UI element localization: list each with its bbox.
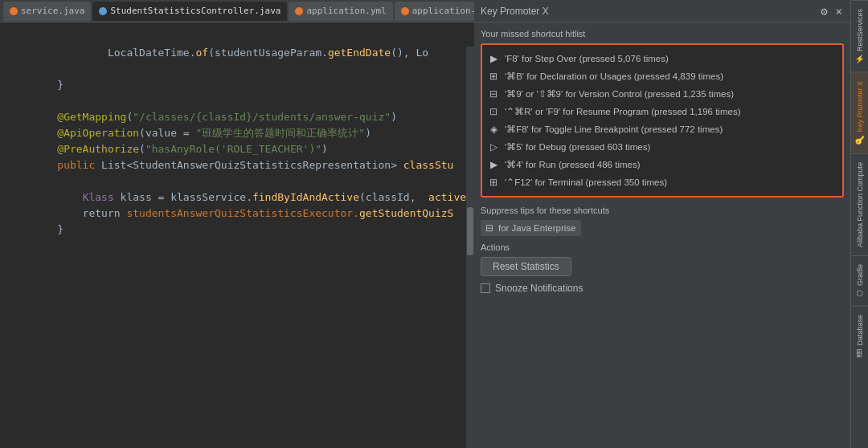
shortcuts-box: ▶ 'F8' for Step Over (pressed 5,076 time… <box>481 43 844 198</box>
shortcut-icon-8: ⊞ <box>487 175 500 189</box>
key-promoter-title: Key Promoter X <box>481 6 549 17</box>
code-line: @ApiOperation(value = "班级学生的答题时间和正确率统计") <box>0 125 474 141</box>
actions-section: Actions Reset Statistics Snooze Notifica… <box>481 242 844 294</box>
shortcut-text-4: '⌃⌘R' or 'F9' for Resume Program (presse… <box>505 104 740 119</box>
line-number <box>0 29 32 45</box>
line-number <box>0 189 32 206</box>
code-line: } <box>0 222 474 238</box>
line-content: } <box>32 222 474 238</box>
line-content: @PreAuthorize("hasAnyRole('ROLE_TEACHER'… <box>32 141 474 157</box>
line-content <box>32 29 474 45</box>
line-number <box>0 93 32 109</box>
shortcut-item-4: ⊡ '⌃⌘R' or 'F9' for Resume Program (pres… <box>487 103 837 120</box>
side-label-key-promoter[interactable]: 🔑 Key Promoter X <box>851 72 868 153</box>
tab-application-qa[interactable]: application-qa.yml <box>395 2 474 21</box>
line-number <box>0 77 32 93</box>
line-content: Klass klass = klassService.findByIdAndAc… <box>32 189 474 206</box>
shortcut-icon-5: ◈ <box>487 122 500 136</box>
tab-label-application: application.yml <box>306 6 386 16</box>
right-section: Key Promoter X ⚙ × Your missed shortcut … <box>474 0 868 448</box>
reset-statistics-button[interactable]: Reset Statistics <box>481 257 571 276</box>
shortcut-text-6: '⌘5' for Debug (pressed 603 times) <box>505 140 650 154</box>
line-number <box>0 206 32 222</box>
missed-shortcuts-title: Your missed shortcut hitlist <box>481 29 844 39</box>
line-number <box>0 222 32 238</box>
actions-title: Actions <box>481 242 844 252</box>
snooze-label: Snooze Notifications <box>495 283 583 294</box>
shortcut-item-5: ◈ '⌘F8' for Toggle Line Breakpoint (pres… <box>487 120 837 138</box>
code-line <box>0 238 474 254</box>
key-promoter-side-icon: 🔑 <box>855 136 864 145</box>
database-icon: 🗄 <box>855 348 865 356</box>
tab-service[interactable]: service.java <box>3 2 91 21</box>
line-content <box>32 61 474 77</box>
suppress-section: Suppress tips for these shortcuts ⊟ for … <box>481 206 844 236</box>
suppress-item-icon: ⊟ <box>485 222 493 234</box>
shortcut-icon-2: ⊞ <box>487 69 500 83</box>
code-line <box>0 93 474 109</box>
code-line <box>0 61 474 77</box>
vertical-scrollbar[interactable] <box>466 47 474 448</box>
code-line: LocalDateTime.of(studentUsageParam.getEn… <box>0 45 474 61</box>
line-content: } <box>32 77 474 93</box>
line-number <box>0 141 32 157</box>
code-line: } <box>0 77 474 93</box>
line-number <box>0 125 32 141</box>
code-line: public List<StudentAnswerQuizStatisticsR… <box>0 157 474 173</box>
tab-controller[interactable]: StudentStatisticsController.java <box>92 2 287 21</box>
line-content <box>32 173 474 189</box>
shortcut-icon-6: ▷ <box>487 140 500 154</box>
side-label-rest-services[interactable]: ⚡ RestServices <box>851 0 868 72</box>
settings-icon[interactable]: ⚙ <box>819 3 829 19</box>
gradle-icon: ⬡ <box>855 289 864 298</box>
line-content: return studentsAnswerQuizStatisticsExecu… <box>32 206 474 222</box>
shortcut-item-2: ⊞ '⌘B' for Declaration or Usages (presse… <box>487 67 837 85</box>
code-line: return studentsAnswerQuizStatisticsExecu… <box>0 206 474 222</box>
tab-icon-controller <box>99 7 107 15</box>
side-label-alibaba[interactable]: Alibaba Function Compute <box>851 153 868 255</box>
line-content <box>32 238 474 254</box>
shortcut-item-6: ▷ '⌘5' for Debug (pressed 603 times) <box>487 138 837 156</box>
line-number <box>0 109 32 125</box>
shortcut-icon-1: ▶ <box>487 51 500 66</box>
shortcut-text-1: 'F8' for Step Over (pressed 5,076 times) <box>505 51 669 66</box>
shortcut-icon-3: ⊟ <box>487 87 500 101</box>
code-line <box>0 29 474 45</box>
line-content: LocalDateTime.of(studentUsageParam.getEn… <box>32 45 474 61</box>
line-content: @GetMapping("/classes/{classId}/students… <box>32 109 474 125</box>
code-editor[interactable]: LocalDateTime.of(studentUsageParam.getEn… <box>0 22 474 448</box>
key-promoter-panel: Key Promoter X ⚙ × Your missed shortcut … <box>474 0 850 448</box>
side-label-key-promoter-text: Key Promoter X <box>856 81 864 132</box>
line-number <box>0 157 32 173</box>
line-number <box>0 61 32 77</box>
code-lines: LocalDateTime.of(studentUsageParam.getEn… <box>0 29 474 254</box>
line-content: @ApiOperation(value = "班级学生的答题时间和正确率统计") <box>32 125 474 141</box>
code-line: @GetMapping("/classes/{classId}/students… <box>0 109 474 125</box>
close-icon[interactable]: × <box>834 3 844 19</box>
suppress-title: Suppress tips for these shortcuts <box>481 206 844 215</box>
tab-icon-application <box>295 7 303 15</box>
side-label-gradle[interactable]: ⬡ Gradle <box>851 255 868 306</box>
line-content <box>32 93 474 109</box>
line-content: public List<StudentAnswerQuizStatisticsR… <box>32 157 474 173</box>
shortcut-item-3: ⊟ '⌘9' or '⇧⌘9' for Version Control (pre… <box>487 85 837 103</box>
editor-section: service.java StudentStatisticsController… <box>0 0 474 448</box>
key-promoter-header: Key Promoter X ⚙ × <box>474 0 850 22</box>
line-number <box>0 45 32 61</box>
line-number <box>0 238 32 254</box>
snooze-checkbox[interactable] <box>481 283 490 293</box>
side-label-alibaba-text: Alibaba Function Compute <box>856 162 864 247</box>
scrollbar-thumb[interactable] <box>467 207 473 255</box>
tab-label-service: service.java <box>21 6 84 16</box>
tab-bar: service.java StudentStatisticsController… <box>0 0 474 22</box>
code-line <box>0 173 474 189</box>
suppress-item[interactable]: ⊟ for Java Enterprise <box>481 220 581 236</box>
main-layout: service.java StudentStatisticsController… <box>0 0 868 448</box>
side-label-rest-services-text: RestServices <box>856 9 864 51</box>
shortcut-item-8: ⊞ '⌃F12' for Terminal (pressed 350 times… <box>487 173 837 191</box>
shortcut-icon-4: ⊡ <box>487 104 500 119</box>
rest-services-icon: ⚡ <box>855 55 864 64</box>
shortcut-text-8: '⌃F12' for Terminal (pressed 350 times) <box>505 175 667 189</box>
side-label-database[interactable]: 🗄 Database <box>851 306 868 365</box>
tab-application[interactable]: application.yml <box>289 2 392 21</box>
